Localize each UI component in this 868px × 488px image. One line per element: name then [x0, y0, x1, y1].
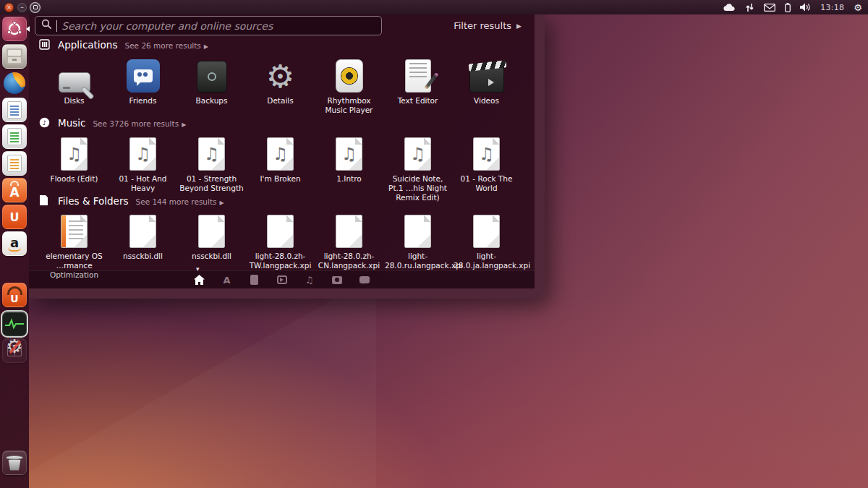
music-file-icon: ♫ — [198, 137, 225, 171]
launcher-item-system-monitor[interactable] — [2, 312, 27, 336]
result-tile-music-file[interactable]: ♫ 01 - Strength Beyond Strength — [177, 133, 246, 193]
launcher-item-ubuntu-one[interactable]: U — [2, 205, 27, 229]
launcher-item-libreoffice-writer[interactable] — [2, 98, 27, 122]
file-icon — [473, 215, 500, 248]
session-gear-icon[interactable]: ⚙ — [854, 2, 862, 13]
tile-label: 01 - Strength Beyond Strength — [177, 174, 246, 193]
result-tile-music-file[interactable]: ♫ Suicide Note, Pt.1 …his Night Remix Ed… — [383, 133, 452, 202]
section-title: Files & Folders — [58, 195, 129, 207]
filter-results-label: Filter results — [454, 20, 511, 31]
filter-results-button[interactable]: Filter results ▶ — [454, 20, 522, 31]
tile-label: I'm Broken — [246, 174, 315, 184]
applications-category-icon — [39, 39, 51, 51]
lens-music-icon[interactable]: ♫ — [304, 274, 315, 286]
search-bar[interactable] — [35, 16, 382, 35]
result-tile-details[interactable]: ⚙ Details — [246, 55, 315, 106]
minimize-button[interactable]: – — [17, 3, 27, 12]
result-tile-disks[interactable]: Disks — [40, 55, 109, 106]
lens-videos-icon[interactable] — [276, 274, 288, 286]
mail-envelope-icon[interactable] — [764, 4, 775, 12]
result-tile-file[interactable]: light-28.0.ru.langpack.xpi — [383, 210, 452, 270]
result-tile-music-file[interactable]: ♫ Floods (Edit) — [40, 133, 109, 184]
disks-icon — [59, 72, 90, 93]
section-header-applications: Applications See 26 more results▶ — [39, 38, 208, 51]
result-tile-videos[interactable]: Videos — [452, 55, 521, 106]
see-more-music[interactable]: See 3726 more results▶ — [93, 119, 186, 128]
result-tile-file[interactable]: light-28.0.zh-TW.langpack.xpi — [246, 210, 315, 270]
lens-social-icon[interactable] — [359, 274, 370, 286]
section-title: Applications — [58, 39, 117, 51]
result-tile-file[interactable]: light-28.0.ja.langpack.xpi — [452, 210, 521, 270]
impress-presentation-icon — [7, 155, 22, 172]
trash-rim-icon — [6, 455, 23, 460]
result-tile-music-file[interactable]: ♫ I'm Broken — [246, 133, 315, 184]
clock[interactable]: 13:18 — [820, 3, 844, 12]
tile-label: Floods (Edit) — [40, 174, 109, 184]
launcher-item-ubuntu-one-music[interactable]: U — [2, 283, 27, 307]
tile-label: light-28.0.zh-TW.langpack.xpi — [246, 252, 315, 270]
indicator-tray: 13:18 ⚙ — [723, 2, 862, 13]
launcher-item-trash[interactable] — [2, 450, 27, 475]
launcher-item-software-center[interactable]: A — [2, 178, 27, 202]
see-more-applications[interactable]: See 26 more results▶ — [124, 41, 208, 50]
backups-safe-icon — [197, 61, 227, 93]
details-gear-icon: ⚙ — [266, 61, 294, 93]
launcher-item-firefox[interactable] — [2, 71, 27, 95]
tile-label: Disks — [40, 96, 109, 106]
launcher-item-libreoffice-impress[interactable] — [2, 151, 27, 176]
lens-photos-icon[interactable] — [331, 274, 343, 286]
see-more-files[interactable]: See 144 more results▶ — [136, 197, 224, 206]
unity-launcher: A U a U ⚙ — [0, 14, 29, 488]
videos-clapperboard-icon — [469, 67, 504, 93]
tile-label: nssckbi.dll — [109, 252, 177, 261]
launcher-item-files[interactable] — [2, 44, 27, 69]
tile-label: Suicide Note, Pt.1 …his Night Remix Edit… — [383, 174, 452, 202]
music-file-icon: ♫ — [267, 137, 294, 171]
result-tile-file[interactable]: light-28.0.zh-CN.langpack.xpi — [315, 210, 383, 270]
calc-spreadsheet-icon — [7, 128, 22, 145]
u1-music-letter: U — [10, 293, 18, 304]
section-header-music: ♪ Music See 3726 more results▶ — [39, 116, 186, 129]
ubuntu-logo-icon — [7, 21, 22, 37]
result-tile-music-file[interactable]: ♫ 1.Intro — [315, 133, 383, 184]
workspace-grid-icon — [7, 345, 22, 356]
result-tile-backups[interactable]: Backups — [177, 55, 246, 106]
lens-home-icon[interactable] — [194, 274, 205, 286]
result-tile-file[interactable]: nssckbi.dll — [109, 210, 177, 261]
music-file-icon: ♫ — [129, 137, 156, 171]
result-tile-text-editor[interactable]: Text Editor — [383, 55, 452, 106]
maximize-button[interactable] — [30, 3, 40, 12]
launcher-item-ubuntu-dash[interactable] — [2, 17, 27, 41]
music-file-icon: ♫ — [61, 137, 88, 171]
top-panel: × – 13:18 ⚙ — [0, 0, 868, 14]
music-category-icon: ♪ — [39, 117, 51, 129]
sync-arrows-icon[interactable] — [745, 3, 754, 12]
volume-icon[interactable] — [800, 3, 811, 12]
cloud-icon[interactable] — [723, 3, 736, 12]
tile-label: Text Editor — [383, 96, 452, 106]
result-tile-document[interactable]: elementary OS …rmance Optimization — [40, 210, 109, 280]
launcher-item-libreoffice-calc[interactable] — [2, 124, 27, 149]
music-file-icon: ♫ — [336, 137, 362, 171]
launcher-item-amazon[interactable]: a — [2, 231, 27, 256]
battery-icon[interactable] — [785, 3, 791, 12]
result-tile-music-file[interactable]: ♫ 01 - Hot And Heavy — [109, 133, 177, 193]
amazon-smile-icon — [8, 247, 21, 252]
search-input[interactable] — [61, 20, 375, 32]
close-button[interactable]: × — [4, 3, 14, 12]
tile-label: light-28.0.ru.langpack.xpi — [383, 252, 452, 270]
result-tile-rhythmbox[interactable]: Rhythmbox Music Player — [315, 55, 383, 115]
system-monitor-graph-icon — [5, 318, 24, 330]
lens-applications-icon[interactable]: A — [221, 274, 233, 286]
focused-app-arrow — [26, 26, 30, 32]
tile-label: light-28.0.zh-CN.langpack.xpi — [315, 252, 383, 270]
result-tile-friends[interactable]: Friends — [109, 55, 177, 106]
lens-files-icon[interactable] — [249, 274, 260, 286]
tile-label: Details — [246, 96, 315, 106]
file-icon — [336, 215, 362, 248]
music-file-icon: ♫ — [473, 137, 500, 171]
result-tile-file[interactable]: nssckbi.dll — [177, 210, 246, 261]
file-icon — [129, 215, 156, 248]
launcher-item-workspace-switcher[interactable] — [2, 338, 27, 363]
result-tile-music-file[interactable]: ♫ 01 - Rock The World — [452, 133, 521, 193]
